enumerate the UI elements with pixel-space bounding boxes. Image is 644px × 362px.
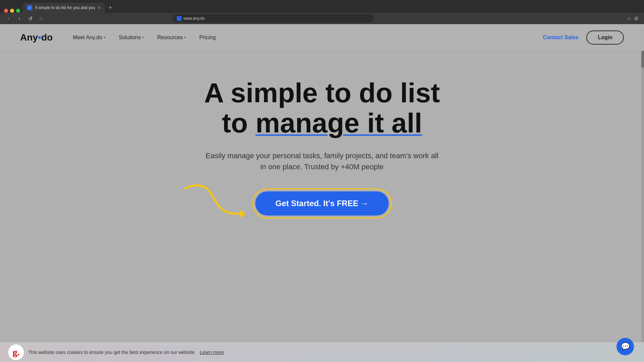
hero-title-line2-plain: to: [222, 108, 256, 138]
close-window-button[interactable]: [4, 9, 8, 13]
cookie-avatar: g.: [8, 344, 24, 360]
get-started-button[interactable]: Get Started. It's FREE →: [255, 191, 389, 216]
logo-dot: [38, 36, 41, 39]
meet-chevron-icon: ▾: [104, 36, 105, 39]
hero-title-line1: A simple to do list: [204, 77, 440, 108]
chat-icon: 💬: [621, 342, 630, 351]
refresh-button[interactable]: ↺: [27, 15, 34, 22]
cookie-text: This website uses cookies to ensure you …: [28, 350, 196, 355]
bookmark-icon[interactable]: ☆: [627, 15, 631, 22]
learn-more-link[interactable]: Learn more: [200, 350, 224, 355]
page: Anydo Meet Any.do ▾ Solutions ▾ Resource…: [0, 24, 644, 362]
nav-actions: Contact Sales Login: [543, 31, 624, 45]
navbar: Anydo Meet Any.do ▾ Solutions ▾ Resource…: [0, 24, 644, 51]
nav-item-solutions[interactable]: Solutions ▾: [119, 35, 144, 41]
logo-text-any: Any: [20, 32, 38, 43]
maximize-window-button[interactable]: [16, 9, 20, 13]
tab-bar: ✓ A simple to do list for you and you × …: [0, 0, 644, 13]
pricing-label: Pricing: [199, 35, 216, 41]
svg-marker-0: [240, 209, 246, 218]
tab-close-button[interactable]: ×: [98, 5, 100, 10]
meet-label: Meet Any.do: [73, 35, 102, 41]
back-button[interactable]: ‹: [5, 15, 12, 21]
solutions-label: Solutions: [119, 35, 141, 41]
extension-icon[interactable]: ⚙: [634, 15, 639, 22]
cta-wrapper: Get Started. It's FREE →: [252, 188, 392, 219]
resources-chevron-icon: ▾: [184, 36, 186, 39]
address-text: www.any.do: [183, 16, 205, 21]
chat-button[interactable]: 💬: [616, 338, 634, 355]
address-bar[interactable]: www.any.do: [173, 14, 374, 22]
active-tab[interactable]: ✓ A simple to do list for you and you ×: [23, 3, 105, 13]
address-bar-row: ‹ › ↺ ⌂ www.any.do ☆ ⚙: [0, 13, 644, 24]
tab-favicon: ✓: [27, 5, 32, 10]
nav-item-pricing[interactable]: Pricing: [199, 35, 216, 41]
hero-title-line2-underlined: manage it all: [256, 108, 422, 138]
arrow-decoration: [178, 182, 252, 223]
site-favicon: [177, 16, 181, 21]
minimize-window-button[interactable]: [10, 9, 14, 13]
hero-subtitle: Easily manage your personal tasks, famil…: [205, 150, 439, 172]
solutions-chevron-icon: ▾: [142, 36, 144, 39]
traffic-lights: [4, 9, 20, 13]
hero-title: A simple to do list to manage it all: [204, 78, 440, 138]
browser-chrome: ✓ A simple to do list for you and you × …: [0, 0, 644, 24]
tab-title: A simple to do list for you and you: [35, 5, 95, 10]
browser-actions: ☆ ⚙: [627, 15, 639, 22]
logo[interactable]: Anydo: [20, 32, 53, 43]
forward-button[interactable]: ›: [16, 15, 23, 21]
resources-label: Resources: [157, 35, 183, 41]
login-button[interactable]: Login: [586, 31, 624, 45]
hero-section: A simple to do list to manage it all Eas…: [0, 51, 644, 232]
nav-items: Meet Any.do ▾ Solutions ▾ Resources ▾ Pr…: [73, 35, 543, 41]
contact-sales-button[interactable]: Contact Sales: [543, 35, 579, 41]
cta-highlight: Get Started. It's FREE →: [252, 188, 392, 219]
cookie-banner: g. This website uses cookies to ensure y…: [0, 342, 644, 362]
new-tab-button[interactable]: +: [107, 3, 114, 13]
logo-text-do: do: [41, 32, 53, 43]
nav-item-meet[interactable]: Meet Any.do ▾: [73, 35, 105, 41]
home-button[interactable]: ⌂: [38, 15, 44, 21]
nav-item-resources[interactable]: Resources ▾: [157, 35, 186, 41]
